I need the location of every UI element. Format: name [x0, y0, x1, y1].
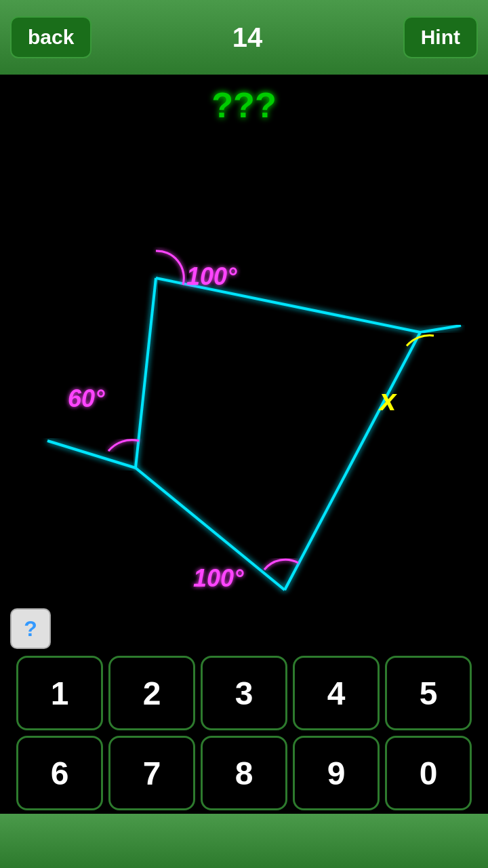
numpad: 1 2 3 4 5 6 7 8 9 0 — [0, 652, 488, 814]
bottom-area: ? 1 2 3 4 5 6 7 8 9 0 — [0, 601, 488, 814]
main-area: ??? — [0, 75, 488, 644]
svg-text:x: x — [378, 383, 397, 416]
help-row: ? — [0, 601, 488, 652]
help-button[interactable]: ? — [10, 608, 51, 649]
svg-line-1 — [47, 441, 136, 468]
numpad-row-2: 6 7 8 9 0 — [7, 736, 481, 810]
question-number: 14 — [232, 22, 263, 53]
num-btn-7[interactable]: 7 — [108, 736, 195, 810]
num-btn-8[interactable]: 8 — [201, 736, 287, 810]
num-btn-4[interactable]: 4 — [293, 656, 380, 730]
num-btn-5[interactable]: 5 — [385, 656, 472, 730]
num-btn-0[interactable]: 0 — [385, 736, 472, 810]
num-btn-1[interactable]: 1 — [16, 656, 103, 730]
header: back 14 Hint — [0, 0, 488, 75]
back-button[interactable]: back — [10, 16, 92, 58]
footer-bar — [0, 814, 488, 868]
svg-text:100°: 100° — [193, 564, 244, 592]
svg-text:100°: 100° — [186, 262, 237, 290]
svg-line-2 — [420, 326, 461, 332]
num-btn-2[interactable]: 2 — [108, 656, 195, 730]
svg-text:60°: 60° — [68, 384, 105, 412]
svg-line-4 — [285, 332, 420, 590]
num-btn-6[interactable]: 6 — [16, 736, 103, 810]
geometry-diagram: 100° 60° 100° x — [0, 75, 488, 644]
num-btn-9[interactable]: 9 — [293, 736, 380, 810]
num-btn-3[interactable]: 3 — [201, 656, 287, 730]
svg-line-6 — [136, 278, 156, 468]
hint-button[interactable]: Hint — [403, 16, 478, 58]
numpad-row-1: 1 2 3 4 5 — [7, 656, 481, 730]
